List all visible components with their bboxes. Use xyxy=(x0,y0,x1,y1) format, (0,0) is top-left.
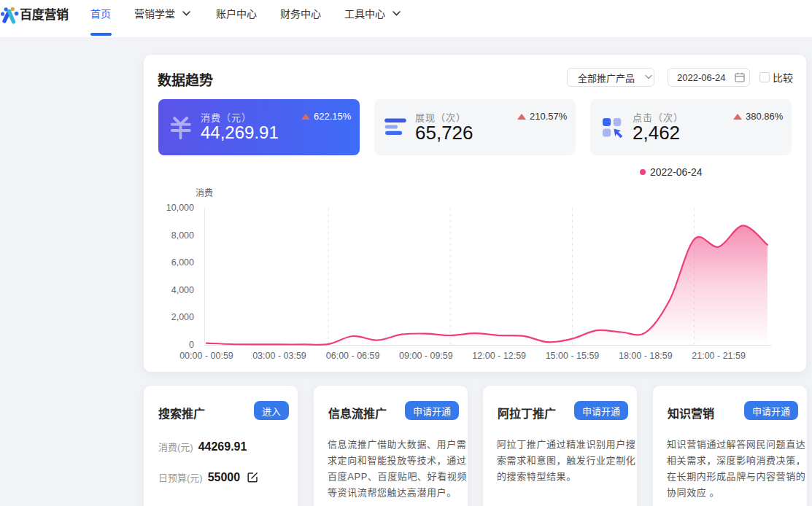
svg-text:0: 0 xyxy=(189,340,194,350)
svg-text:12:00 - 12:59: 12:00 - 12:59 xyxy=(472,351,526,361)
svg-text:15:00 - 15:59: 15:00 - 15:59 xyxy=(546,351,600,361)
svg-text:6,000: 6,000 xyxy=(171,257,194,268)
svg-text:00:00 - 00:59: 00:00 - 00:59 xyxy=(179,351,233,361)
svg-text:18:00 - 18:59: 18:00 - 18:59 xyxy=(619,351,673,361)
svg-text:2,000: 2,000 xyxy=(171,312,194,322)
svg-text:消费: 消费 xyxy=(196,188,213,198)
svg-text:4,000: 4,000 xyxy=(171,285,194,295)
svg-text:06:00 - 06:59: 06:00 - 06:59 xyxy=(326,351,380,361)
svg-text:8,000: 8,000 xyxy=(171,230,194,241)
svg-text:09:00 - 09:59: 09:00 - 09:59 xyxy=(399,351,453,361)
svg-text:03:00 - 03:59: 03:00 - 03:59 xyxy=(252,351,306,361)
svg-text:10,000: 10,000 xyxy=(166,203,194,213)
svg-text:21:00 - 21:59: 21:00 - 21:59 xyxy=(692,351,746,361)
